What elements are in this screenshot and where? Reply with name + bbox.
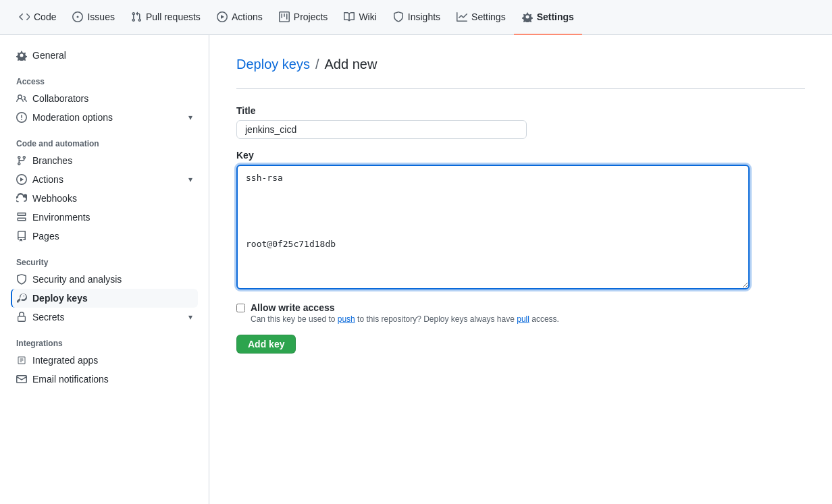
title-label: Title — [236, 105, 805, 116]
nav-wiki[interactable]: Wiki — [336, 0, 384, 35]
collaborators-label: Collaborators — [32, 93, 88, 104]
environments-icon — [16, 212, 27, 223]
insights-icon — [457, 11, 467, 22]
projects-icon — [279, 11, 290, 22]
sidebar: General Access Collaborators Moderation … — [0, 35, 209, 504]
allow-write-row: Allow write access Can this key be used … — [236, 302, 805, 324]
integrated-apps-label: Integrated apps — [32, 355, 98, 366]
webhooks-icon — [16, 193, 27, 204]
sidebar-item-environments[interactable]: Environments — [11, 208, 198, 227]
code-automation-section-label: Code and automation — [16, 139, 99, 148]
webhooks-label: Webhooks — [32, 193, 77, 204]
nav-projects-label: Projects — [294, 11, 328, 22]
email-notifications-icon — [16, 374, 27, 385]
breadcrumb-separator: / — [315, 57, 319, 72]
moderation-label: Moderation options — [32, 112, 113, 123]
allow-write-text-group: Allow write access Can this key be used … — [251, 302, 559, 324]
moderation-chevron: ▾ — [188, 113, 192, 122]
secrets-icon — [16, 312, 27, 323]
key-textarea[interactable]: ssh-rsa — [236, 165, 750, 289]
nav-actions-label: Actions — [232, 11, 263, 22]
integrations-section-label: Integrations — [16, 339, 63, 348]
top-nav: Code Issues Pull requests Actions Projec… — [0, 0, 832, 35]
actions-icon — [217, 11, 228, 22]
add-key-button[interactable]: Add key — [236, 335, 296, 354]
main-content: Deploy keys / Add new Title Key ssh-rsa — [209, 35, 832, 504]
deploy-keys-label: Deploy keys — [32, 293, 88, 304]
key-textarea-container: ssh-rsa — [236, 165, 805, 291]
issues-icon — [72, 11, 83, 22]
security-icon — [393, 11, 404, 22]
general-label: General — [32, 50, 66, 61]
access-section-label: Access — [16, 77, 45, 86]
email-notifications-label: Email notifications — [32, 374, 109, 385]
nav-projects[interactable]: Projects — [271, 0, 336, 35]
nav-pull-requests[interactable]: Pull requests — [123, 0, 209, 35]
allow-write-checkbox[interactable] — [236, 304, 245, 312]
collaborators-icon — [16, 93, 27, 104]
nav-actions[interactable]: Actions — [209, 0, 271, 35]
pages-icon — [16, 231, 27, 242]
allow-write-hint: Can this key be used to push to this rep… — [251, 314, 559, 324]
secrets-label: Secrets — [32, 312, 64, 323]
allow-write-label[interactable]: Allow write access — [251, 302, 335, 313]
sidebar-item-actions[interactable]: Actions ▾ — [11, 170, 198, 189]
push-link[interactable]: push — [338, 314, 355, 324]
nav-insights-label: Settings — [471, 11, 506, 22]
integrated-apps-icon — [16, 355, 27, 366]
sidebar-item-webhooks[interactable]: Webhooks — [11, 189, 198, 208]
environments-label: Environments — [32, 212, 90, 223]
breadcrumb-current: Add new — [325, 57, 378, 72]
nav-settings[interactable]: Settings — [514, 0, 582, 35]
settings-icon — [522, 11, 533, 22]
sidebar-item-branches[interactable]: Branches — [11, 151, 198, 170]
pr-icon — [131, 11, 142, 22]
nav-code[interactable]: Code — [11, 0, 64, 35]
actions-sidebar-label: Actions — [32, 174, 63, 185]
sidebar-item-email-notifications[interactable]: Email notifications — [11, 370, 198, 389]
moderation-icon — [16, 112, 27, 123]
pages-label: Pages — [32, 231, 59, 242]
sidebar-item-collaborators[interactable]: Collaborators — [11, 89, 198, 108]
secrets-chevron: ▾ — [188, 312, 192, 322]
deploy-keys-icon — [16, 293, 27, 304]
nav-settings-label: Settings — [537, 11, 574, 22]
title-input[interactable] — [236, 120, 527, 139]
security-section-label: Security — [16, 258, 48, 267]
branches-icon — [16, 155, 27, 166]
nav-insights[interactable]: Settings — [448, 0, 514, 35]
sidebar-item-secrets[interactable]: Secrets ▾ — [11, 308, 198, 327]
nav-security-label: Insights — [408, 11, 440, 22]
sidebar-item-deploy-keys[interactable]: Deploy keys — [11, 289, 198, 308]
sidebar-item-security-analysis[interactable]: Security and analysis — [11, 270, 198, 289]
nav-issues[interactable]: Issues — [64, 0, 122, 35]
actions-sidebar-icon — [16, 174, 27, 185]
key-label: Key — [236, 150, 805, 161]
breadcrumb: Deploy keys / Add new — [236, 57, 805, 72]
actions-chevron: ▾ — [188, 175, 192, 184]
wiki-icon — [344, 11, 355, 22]
general-icon — [16, 50, 27, 61]
breadcrumb-link[interactable]: Deploy keys — [236, 57, 310, 72]
nav-wiki-label: Wiki — [359, 11, 376, 22]
sidebar-item-moderation[interactable]: Moderation options ▾ — [11, 108, 198, 127]
title-form-group: Title — [236, 105, 805, 139]
sidebar-item-general[interactable]: General — [11, 46, 198, 65]
nav-pr-label: Pull requests — [146, 11, 201, 22]
branches-label: Branches — [32, 155, 72, 166]
sidebar-item-integrated-apps[interactable]: Integrated apps — [11, 351, 198, 370]
nav-code-label: Code — [34, 11, 56, 22]
nav-issues-label: Issues — [87, 11, 114, 22]
nav-security[interactable]: Insights — [385, 0, 448, 35]
sidebar-item-pages[interactable]: Pages — [11, 227, 198, 246]
key-form-group: Key ssh-rsa — [236, 150, 805, 291]
code-icon — [19, 11, 30, 22]
security-analysis-label: Security and analysis — [32, 274, 122, 285]
security-analysis-icon — [16, 274, 27, 285]
pull-link[interactable]: pull — [517, 314, 529, 324]
